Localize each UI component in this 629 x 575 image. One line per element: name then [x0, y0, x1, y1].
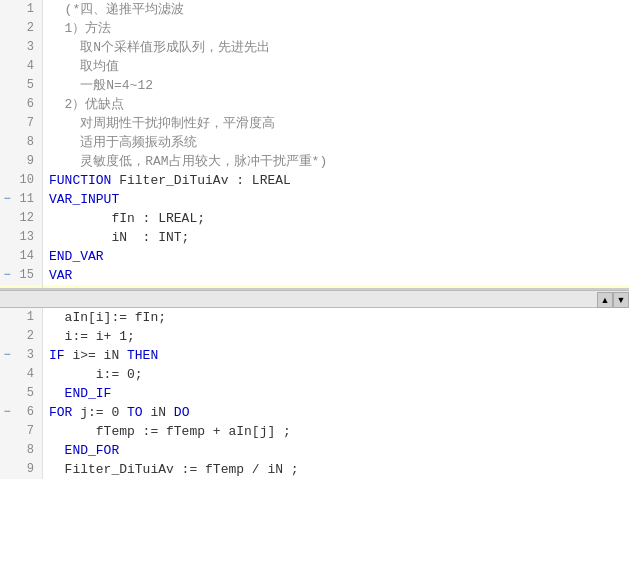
- line-number: 13: [14, 228, 38, 247]
- line-content: IF i>= iN THEN: [43, 346, 629, 365]
- line-content: END_VAR: [43, 247, 629, 266]
- line-content: 2）优缺点: [43, 95, 629, 114]
- code-line: 4 i:= 0;: [0, 365, 629, 384]
- line-number: 6: [14, 95, 38, 114]
- fold-marker[interactable]: −: [0, 403, 14, 422]
- code-line: 13 iN : INT;: [0, 228, 629, 247]
- line-number: 9: [14, 460, 38, 479]
- bottom-code-area[interactable]: 1 aIn[i]:= fIn; 2 i:= i+ 1; − 3 IF i>= i…: [0, 308, 629, 575]
- top-pane: 1 (*四、递推平均滤波 2 1）方法 3 取N个采样值形成队列，先进先出: [0, 0, 629, 290]
- code-line: 1 (*四、递推平均滤波: [0, 0, 629, 19]
- code-line: 1 aIn[i]:= fIn;: [0, 308, 629, 327]
- line-number: 16: [14, 285, 38, 288]
- line-number: 7: [14, 422, 38, 441]
- line-number: 2: [14, 327, 38, 346]
- line-content: 一般N=4~12: [43, 76, 629, 95]
- code-line: 9 Filter_DiTuiAv := fTemp / iN ;: [0, 460, 629, 479]
- line-number: 9: [14, 152, 38, 171]
- line-number: 5: [14, 76, 38, 95]
- code-line: 3 取N个采样值形成队列，先进先出: [0, 38, 629, 57]
- code-line: 10 FUNCTION Filter_DiTuiAv : LREAL: [0, 171, 629, 190]
- line-content: 取N个采样值形成队列，先进先出: [43, 38, 629, 57]
- line-number: 15: [14, 266, 38, 285]
- line-content: i , j : INT ;: [43, 285, 629, 288]
- code-line: − 15 VAR: [0, 266, 629, 285]
- code-line: 8 适用于高频振动系统: [0, 133, 629, 152]
- fold-marker[interactable]: −: [0, 346, 14, 365]
- bottom-pane: 1 aIn[i]:= fIn; 2 i:= i+ 1; − 3 IF i>= i…: [0, 308, 629, 575]
- line-number: 3: [14, 346, 38, 365]
- line-number: 10: [14, 171, 38, 190]
- line-content: VAR_INPUT: [43, 190, 629, 209]
- line-number: 11: [14, 190, 38, 209]
- line-number: 8: [14, 441, 38, 460]
- code-line: 14 END_VAR: [0, 247, 629, 266]
- line-content: END_IF: [43, 384, 629, 403]
- line-number: 5: [14, 384, 38, 403]
- code-line: 8 END_FOR: [0, 441, 629, 460]
- line-content: 适用于高频振动系统: [43, 133, 629, 152]
- line-number: 6: [14, 403, 38, 422]
- line-number: 7: [14, 114, 38, 133]
- line-content: (*四、递推平均滤波: [43, 0, 629, 19]
- line-number: 14: [14, 247, 38, 266]
- code-line: 5 END_IF: [0, 384, 629, 403]
- fold-marker[interactable]: −: [0, 266, 14, 285]
- line-number: 2: [14, 19, 38, 38]
- line-number: 4: [14, 365, 38, 384]
- code-line: 4 取均值: [0, 57, 629, 76]
- scroll-controls: ▲ ▼: [597, 292, 629, 308]
- code-line-highlighted: 16 i , j : INT ;: [0, 285, 629, 288]
- line-content: 灵敏度低，RAM占用较大，脉冲干扰严重*): [43, 152, 629, 171]
- line-content: FUNCTION Filter_DiTuiAv : LREAL: [43, 171, 629, 190]
- code-line: 6 2）优缺点: [0, 95, 629, 114]
- scroll-up-button[interactable]: ▲: [597, 292, 613, 308]
- line-content: i:= i+ 1;: [43, 327, 629, 346]
- code-line: 7 fTemp := fTemp + aIn[j] ;: [0, 422, 629, 441]
- line-content: i:= 0;: [43, 365, 629, 384]
- line-content: 对周期性干扰抑制性好，平滑度高: [43, 114, 629, 133]
- pane-divider: ▲ ▼: [0, 290, 629, 308]
- line-content: 1）方法: [43, 19, 629, 38]
- line-content: aIn[i]:= fIn;: [43, 308, 629, 327]
- line-content: Filter_DiTuiAv := fTemp / iN ;: [43, 460, 629, 479]
- scroll-down-button[interactable]: ▼: [613, 292, 629, 308]
- code-line: − 11 VAR_INPUT: [0, 190, 629, 209]
- line-number: 4: [14, 57, 38, 76]
- code-line: − 6 FOR j:= 0 TO iN DO: [0, 403, 629, 422]
- line-content: FOR j:= 0 TO iN DO: [43, 403, 629, 422]
- line-number: 1: [14, 0, 38, 19]
- line-content: 取均值: [43, 57, 629, 76]
- code-line: 2 1）方法: [0, 19, 629, 38]
- line-number: 1: [14, 308, 38, 327]
- code-line: 2 i:= i+ 1;: [0, 327, 629, 346]
- editor-container: 1 (*四、递推平均滤波 2 1）方法 3 取N个采样值形成队列，先进先出: [0, 0, 629, 575]
- code-line: 7 对周期性干扰抑制性好，平滑度高: [0, 114, 629, 133]
- code-line: − 3 IF i>= iN THEN: [0, 346, 629, 365]
- fold-marker[interactable]: −: [0, 190, 14, 209]
- code-line: 5 一般N=4~12: [0, 76, 629, 95]
- line-number: 8: [14, 133, 38, 152]
- line-content: fTemp := fTemp + aIn[j] ;: [43, 422, 629, 441]
- code-line: 12 fIn : LREAL;: [0, 209, 629, 228]
- code-line: 9 灵敏度低，RAM占用较大，脉冲干扰严重*): [0, 152, 629, 171]
- line-content: fIn : LREAL;: [43, 209, 629, 228]
- line-content: iN : INT;: [43, 228, 629, 247]
- line-number: 12: [14, 209, 38, 228]
- line-content: VAR: [43, 266, 629, 285]
- line-number: 3: [14, 38, 38, 57]
- top-code-area[interactable]: 1 (*四、递推平均滤波 2 1）方法 3 取N个采样值形成队列，先进先出: [0, 0, 629, 288]
- line-content: END_FOR: [43, 441, 629, 460]
